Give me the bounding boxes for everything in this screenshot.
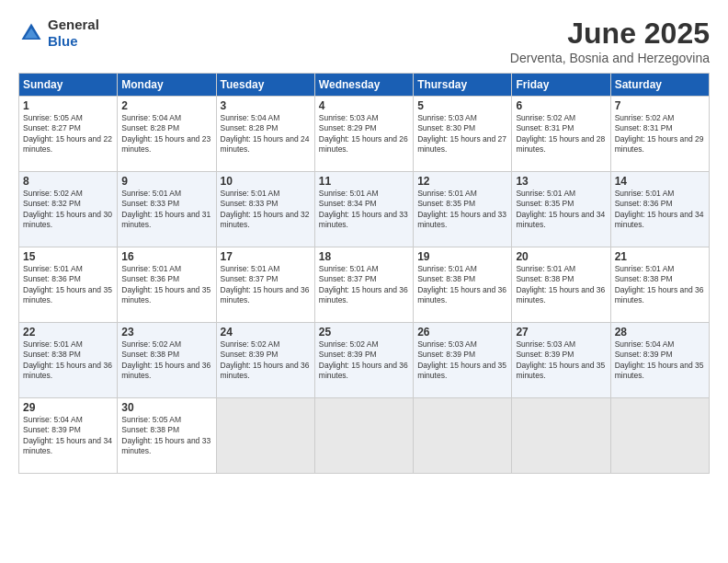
day-number: 24 (221, 326, 311, 339)
day-cell: 16 Sunrise: 5:01 AMSunset: 8:36 PMDaylig… (118, 247, 216, 323)
day-cell: 3 Sunrise: 5:04 AMSunset: 8:28 PMDayligh… (216, 97, 314, 172)
day-cell: 26 Sunrise: 5:03 AMSunset: 8:39 PMDaylig… (414, 323, 512, 398)
day-number: 22 (23, 326, 113, 339)
col-sunday: Sunday (19, 74, 118, 97)
day-cell: 10 Sunrise: 5:01 AMSunset: 8:33 PMDaylig… (216, 172, 314, 247)
day-info: Sunrise: 5:05 AMSunset: 8:38 PMDaylight:… (121, 415, 210, 455)
day-cell (610, 398, 709, 474)
day-cell: 6 Sunrise: 5:02 AMSunset: 8:31 PMDayligh… (512, 97, 610, 172)
day-info: Sunrise: 5:04 AMSunset: 8:28 PMDaylight:… (221, 113, 310, 154)
month-title: June 2025 (510, 17, 710, 51)
day-info: Sunrise: 5:01 AMSunset: 8:38 PMDaylight:… (417, 264, 506, 304)
day-number: 28 (615, 326, 705, 339)
day-cell: 29 Sunrise: 5:04 AMSunset: 8:39 PMDaylig… (19, 398, 118, 474)
day-cell: 7 Sunrise: 5:02 AMSunset: 8:31 PMDayligh… (610, 97, 709, 172)
col-friday: Friday (512, 74, 610, 97)
day-cell: 15 Sunrise: 5:01 AMSunset: 8:36 PMDaylig… (19, 247, 118, 323)
header-row: Sunday Monday Tuesday Wednesday Thursday… (19, 74, 710, 97)
day-number: 9 (121, 175, 211, 188)
day-number: 4 (319, 99, 409, 112)
day-number: 2 (121, 99, 211, 112)
day-cell: 5 Sunrise: 5:03 AMSunset: 8:30 PMDayligh… (414, 97, 512, 172)
day-info: Sunrise: 5:03 AMSunset: 8:39 PMDaylight:… (516, 339, 605, 380)
day-info: Sunrise: 5:01 AMSunset: 8:37 PMDaylight:… (221, 264, 310, 304)
calendar: Sunday Monday Tuesday Wednesday Thursday… (18, 73, 710, 474)
day-cell: 8 Sunrise: 5:02 AMSunset: 8:32 PMDayligh… (19, 172, 118, 247)
day-info: Sunrise: 5:03 AMSunset: 8:30 PMDaylight:… (417, 113, 506, 154)
day-info: Sunrise: 5:01 AMSunset: 8:38 PMDaylight:… (23, 339, 112, 380)
header: General Blue June 2025 Derventa, Bosnia … (18, 17, 710, 65)
week-row-2: 8 Sunrise: 5:02 AMSunset: 8:32 PMDayligh… (19, 172, 710, 247)
day-info: Sunrise: 5:02 AMSunset: 8:31 PMDaylight:… (516, 113, 605, 154)
day-number: 21 (615, 250, 705, 263)
day-number: 18 (319, 250, 409, 263)
day-info: Sunrise: 5:01 AMSunset: 8:33 PMDaylight:… (121, 189, 210, 229)
day-info: Sunrise: 5:04 AMSunset: 8:39 PMDaylight:… (23, 415, 112, 455)
day-info: Sunrise: 5:01 AMSunset: 8:38 PMDaylight:… (615, 264, 704, 304)
col-wednesday: Wednesday (314, 74, 413, 97)
day-cell (216, 398, 314, 474)
logo-area: General Blue (18, 17, 99, 50)
day-cell: 2 Sunrise: 5:04 AMSunset: 8:28 PMDayligh… (118, 97, 216, 172)
logo-icon (18, 20, 44, 46)
col-tuesday: Tuesday (216, 74, 314, 97)
day-info: Sunrise: 5:02 AMSunset: 8:39 PMDaylight:… (319, 339, 408, 380)
col-thursday: Thursday (414, 74, 512, 97)
week-row-5: 29 Sunrise: 5:04 AMSunset: 8:39 PMDaylig… (19, 398, 710, 474)
day-number: 30 (121, 401, 211, 414)
day-number: 3 (221, 99, 311, 112)
day-number: 5 (417, 99, 507, 112)
logo-general: General (48, 17, 99, 32)
day-cell: 19 Sunrise: 5:01 AMSunset: 8:38 PMDaylig… (414, 247, 512, 323)
col-monday: Monday (118, 74, 216, 97)
day-number: 17 (221, 250, 311, 263)
day-number: 11 (319, 175, 409, 188)
day-cell: 12 Sunrise: 5:01 AMSunset: 8:35 PMDaylig… (414, 172, 512, 247)
day-number: 13 (516, 175, 606, 188)
day-number: 29 (23, 401, 113, 414)
logo-blue: Blue (48, 33, 78, 49)
day-info: Sunrise: 5:03 AMSunset: 8:39 PMDaylight:… (417, 339, 506, 380)
day-info: Sunrise: 5:02 AMSunset: 8:32 PMDaylight:… (23, 189, 112, 229)
day-number: 15 (23, 250, 113, 263)
day-info: Sunrise: 5:01 AMSunset: 8:33 PMDaylight:… (221, 189, 310, 229)
day-info: Sunrise: 5:02 AMSunset: 8:39 PMDaylight:… (221, 339, 310, 380)
day-number: 26 (417, 326, 507, 339)
day-number: 27 (516, 326, 606, 339)
week-row-1: 1 Sunrise: 5:05 AMSunset: 8:27 PMDayligh… (19, 97, 710, 172)
day-info: Sunrise: 5:01 AMSunset: 8:36 PMDaylight:… (121, 264, 210, 304)
day-info: Sunrise: 5:04 AMSunset: 8:39 PMDaylight:… (615, 339, 704, 380)
day-cell: 23 Sunrise: 5:02 AMSunset: 8:38 PMDaylig… (118, 323, 216, 398)
day-number: 14 (615, 175, 705, 188)
day-info: Sunrise: 5:03 AMSunset: 8:29 PMDaylight:… (319, 113, 408, 154)
day-cell: 14 Sunrise: 5:01 AMSunset: 8:36 PMDaylig… (610, 172, 709, 247)
day-cell: 17 Sunrise: 5:01 AMSunset: 8:37 PMDaylig… (216, 247, 314, 323)
day-number: 8 (23, 175, 113, 188)
day-cell: 28 Sunrise: 5:04 AMSunset: 8:39 PMDaylig… (610, 323, 709, 398)
day-info: Sunrise: 5:01 AMSunset: 8:36 PMDaylight:… (615, 189, 704, 229)
subtitle: Derventa, Bosnia and Herzegovina (510, 51, 710, 65)
day-number: 23 (121, 326, 211, 339)
day-number: 19 (417, 250, 507, 263)
day-info: Sunrise: 5:01 AMSunset: 8:37 PMDaylight:… (319, 264, 408, 304)
day-cell: 1 Sunrise: 5:05 AMSunset: 8:27 PMDayligh… (19, 97, 118, 172)
day-cell: 20 Sunrise: 5:01 AMSunset: 8:38 PMDaylig… (512, 247, 610, 323)
day-info: Sunrise: 5:04 AMSunset: 8:28 PMDaylight:… (121, 113, 210, 154)
page: General Blue June 2025 Derventa, Bosnia … (0, 0, 728, 563)
day-cell: 21 Sunrise: 5:01 AMSunset: 8:38 PMDaylig… (610, 247, 709, 323)
day-cell: 25 Sunrise: 5:02 AMSunset: 8:39 PMDaylig… (314, 323, 413, 398)
logo-text: General Blue (48, 17, 99, 50)
day-number: 10 (221, 175, 311, 188)
day-info: Sunrise: 5:05 AMSunset: 8:27 PMDaylight:… (23, 113, 112, 154)
day-info: Sunrise: 5:01 AMSunset: 8:35 PMDaylight:… (417, 189, 506, 229)
day-number: 1 (23, 99, 113, 112)
day-info: Sunrise: 5:02 AMSunset: 8:31 PMDaylight:… (615, 113, 704, 154)
col-saturday: Saturday (610, 74, 709, 97)
day-cell: 30 Sunrise: 5:05 AMSunset: 8:38 PMDaylig… (118, 398, 216, 474)
day-number: 6 (516, 99, 606, 112)
day-info: Sunrise: 5:01 AMSunset: 8:35 PMDaylight:… (516, 189, 605, 229)
title-area: June 2025 Derventa, Bosnia and Herzegovi… (510, 17, 710, 65)
day-info: Sunrise: 5:01 AMSunset: 8:38 PMDaylight:… (516, 264, 605, 304)
day-number: 7 (615, 99, 705, 112)
day-cell: 13 Sunrise: 5:01 AMSunset: 8:35 PMDaylig… (512, 172, 610, 247)
